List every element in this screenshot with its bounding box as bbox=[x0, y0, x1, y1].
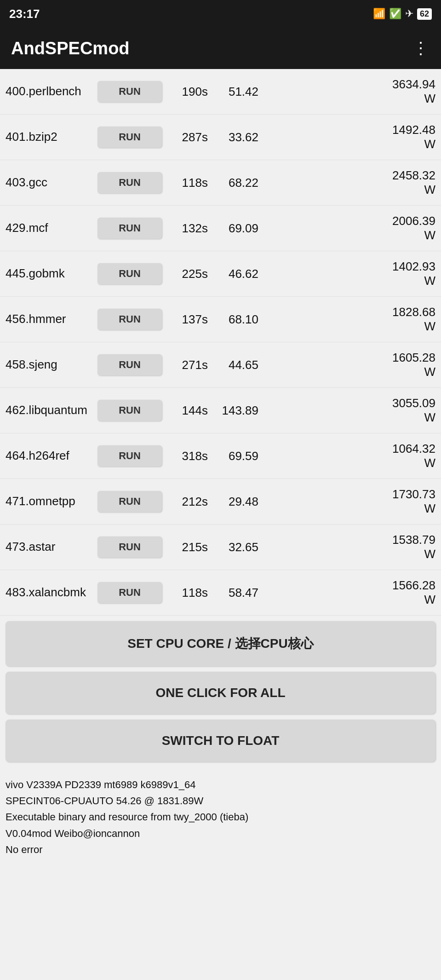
table-row: 429.mcfRUN132s69.092006.39W bbox=[0, 206, 441, 251]
benchmark-name: 400.perlbench bbox=[6, 84, 97, 98]
table-row: 403.gccRUN118s68.222458.32W bbox=[0, 160, 441, 206]
run-button[interactable]: RUN bbox=[97, 127, 162, 148]
benchmark-power: 1828.68W bbox=[263, 305, 435, 334]
benchmark-name: 473.astar bbox=[6, 540, 97, 554]
benchmark-name: 462.libquantum bbox=[6, 403, 97, 417]
status-icons: 📶 ✅ ✈ 62 bbox=[373, 8, 432, 20]
switch-to-float-button[interactable]: SWITCH TO FLOAT bbox=[6, 720, 435, 762]
benchmark-power: 1492.48W bbox=[263, 123, 435, 151]
benchmark-name: 403.gcc bbox=[6, 175, 97, 190]
benchmark-time: 137s bbox=[162, 312, 212, 327]
benchmark-time: 287s bbox=[162, 130, 212, 144]
table-row: 401.bzip2RUN287s33.621492.48W bbox=[0, 115, 441, 160]
benchmark-score: 32.65 bbox=[212, 540, 263, 554]
toolbar: AndSPECmod ⋮ bbox=[0, 28, 441, 69]
benchmark-name: 401.bzip2 bbox=[6, 130, 97, 144]
benchmark-score: 68.22 bbox=[212, 176, 263, 190]
benchmark-name: 456.hmmer bbox=[6, 312, 97, 326]
run-button[interactable]: RUN bbox=[97, 536, 162, 558]
benchmark-time: 318s bbox=[162, 449, 212, 463]
benchmark-score: 58.47 bbox=[212, 586, 263, 600]
benchmark-time: 144s bbox=[162, 404, 212, 418]
run-button[interactable]: RUN bbox=[97, 309, 162, 330]
benchmark-time: 215s bbox=[162, 540, 212, 554]
footer-line-2: SPECINT06-CPUAUTO 54.26 @ 1831.89W bbox=[6, 793, 435, 809]
table-row: 456.hmmerRUN137s68.101828.68W bbox=[0, 297, 441, 342]
run-button[interactable]: RUN bbox=[97, 400, 162, 421]
benchmark-time: 190s bbox=[162, 85, 212, 99]
footer-line-4: V0.04mod Weibo@ioncannon bbox=[6, 825, 435, 842]
benchmark-score: 69.09 bbox=[212, 221, 263, 236]
benchmark-power: 2458.32W bbox=[263, 168, 435, 197]
status-bar: 23:17 📶 ✅ ✈ 62 bbox=[0, 0, 441, 28]
bottom-buttons: SET CPU CORE / 选择CPU核心 ONE CLICK FOR ALL… bbox=[0, 616, 441, 767]
benchmark-power: 3634.94W bbox=[263, 77, 435, 106]
benchmark-score: 143.89 bbox=[212, 404, 263, 418]
table-row: 400.perlbenchRUN190s51.423634.94W bbox=[0, 69, 441, 115]
footer-info: vivo V2339A PD2339 mt6989 k6989v1_64 SPE… bbox=[0, 767, 441, 867]
table-row: 473.astarRUN215s32.651538.79W bbox=[0, 525, 441, 570]
benchmark-name: 464.h264ref bbox=[6, 449, 97, 463]
benchmark-score: 69.59 bbox=[212, 449, 263, 463]
table-row: 458.sjengRUN271s44.651605.28W bbox=[0, 342, 441, 388]
table-row: 445.gobmkRUN225s46.621402.93W bbox=[0, 251, 441, 297]
table-row: 471.omnetppRUN212s29.481730.73W bbox=[0, 479, 441, 525]
benchmark-time: 212s bbox=[162, 495, 212, 509]
footer-line-1: vivo V2339A PD2339 mt6989 k6989v1_64 bbox=[6, 777, 435, 793]
table-row: 462.libquantumRUN144s143.893055.09W bbox=[0, 388, 441, 433]
benchmark-time: 132s bbox=[162, 221, 212, 236]
app-title: AndSPECmod bbox=[11, 39, 130, 58]
run-button[interactable]: RUN bbox=[97, 263, 162, 284]
benchmark-score: 29.48 bbox=[212, 495, 263, 509]
run-button[interactable]: RUN bbox=[97, 172, 162, 193]
benchmark-time: 118s bbox=[162, 586, 212, 600]
battery-indicator: 62 bbox=[417, 8, 432, 20]
benchmark-time: 225s bbox=[162, 267, 212, 281]
benchmark-time: 118s bbox=[162, 176, 212, 190]
benchmark-power: 1064.32W bbox=[263, 442, 435, 470]
set-cpu-core-button[interactable]: SET CPU CORE / 选择CPU核心 bbox=[6, 621, 435, 666]
sim-icon: 📶 bbox=[373, 8, 385, 20]
footer-line-3: Executable binary and resource from twy_… bbox=[6, 809, 435, 825]
benchmark-score: 46.62 bbox=[212, 267, 263, 281]
benchmark-power: 1402.93W bbox=[263, 259, 435, 288]
footer-line-5: No error bbox=[6, 842, 435, 858]
table-row: 483.xalancbmkRUN118s58.471566.28W bbox=[0, 570, 441, 616]
status-time: 23:17 bbox=[9, 7, 40, 21]
benchmark-name: 471.omnetpp bbox=[6, 494, 97, 508]
benchmark-power: 1566.28W bbox=[263, 578, 435, 607]
table-row: 464.h264refRUN318s69.591064.32W bbox=[0, 433, 441, 479]
run-button[interactable]: RUN bbox=[97, 354, 162, 375]
benchmark-score: 51.42 bbox=[212, 85, 263, 99]
benchmark-score: 33.62 bbox=[212, 130, 263, 144]
benchmark-name: 458.sjeng bbox=[6, 357, 97, 372]
benchmark-power: 2006.39W bbox=[263, 214, 435, 242]
benchmark-name: 445.gobmk bbox=[6, 266, 97, 281]
benchmark-power: 3055.09W bbox=[263, 396, 435, 425]
benchmark-list: 400.perlbenchRUN190s51.423634.94W401.bzi… bbox=[0, 69, 441, 616]
benchmark-time: 271s bbox=[162, 358, 212, 372]
run-button[interactable]: RUN bbox=[97, 582, 162, 603]
benchmark-power: 1730.73W bbox=[263, 487, 435, 516]
benchmark-score: 68.10 bbox=[212, 312, 263, 327]
benchmark-power: 1605.28W bbox=[263, 351, 435, 379]
menu-button[interactable]: ⋮ bbox=[412, 39, 430, 58]
run-button[interactable]: RUN bbox=[97, 445, 162, 467]
run-button[interactable]: RUN bbox=[97, 491, 162, 512]
benchmark-power: 1538.79W bbox=[263, 533, 435, 561]
benchmark-name: 429.mcf bbox=[6, 221, 97, 235]
airplane-icon: ✈ bbox=[405, 8, 413, 20]
run-button[interactable]: RUN bbox=[97, 218, 162, 239]
benchmark-name: 483.xalancbmk bbox=[6, 585, 97, 600]
benchmark-score: 44.65 bbox=[212, 358, 263, 372]
check-icon: ✅ bbox=[389, 8, 401, 20]
one-click-all-button[interactable]: ONE CLICK FOR ALL bbox=[6, 672, 435, 714]
run-button[interactable]: RUN bbox=[97, 81, 162, 102]
